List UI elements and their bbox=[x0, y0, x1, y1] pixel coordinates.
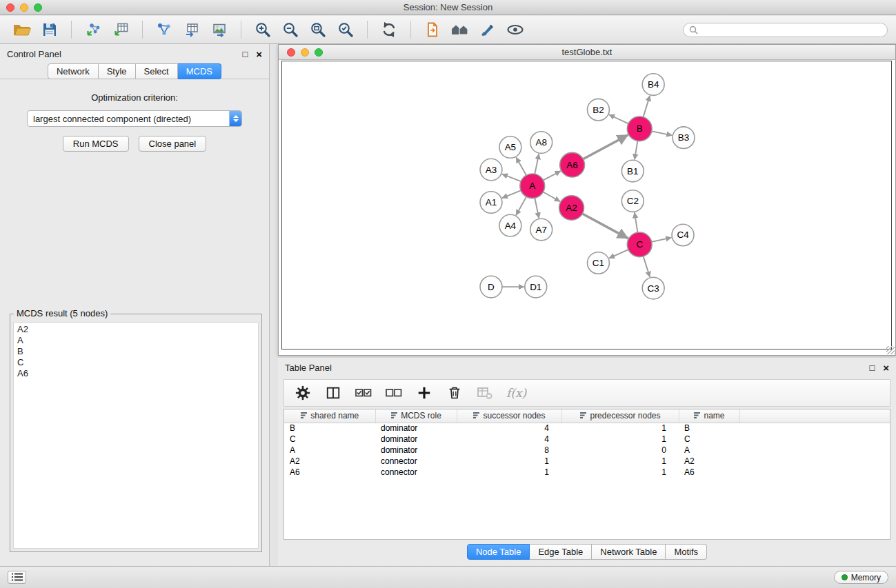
graph-edge[interactable] bbox=[609, 114, 628, 123]
export-image-icon[interactable] bbox=[208, 19, 230, 41]
graph-node[interactable]: A4 bbox=[499, 214, 521, 236]
column-header[interactable]: predecessor nodes bbox=[561, 409, 679, 423]
mcds-result-list[interactable]: A2ABCA6 bbox=[13, 322, 259, 549]
table-cell[interactable]: 1 bbox=[457, 467, 561, 478]
graph-edge[interactable] bbox=[644, 96, 650, 117]
table-cell[interactable]: A6 bbox=[284, 467, 375, 478]
column-header[interactable]: name bbox=[679, 409, 739, 423]
tab-mcds[interactable]: MCDS bbox=[178, 63, 221, 79]
result-item[interactable]: B bbox=[14, 346, 258, 357]
network-canvas[interactable]: B4B2BB3A5A8A6B1A3AC2A1A2A4A7C4CC1C3DD1 bbox=[281, 61, 892, 349]
graph-node[interactable]: C1 bbox=[587, 252, 609, 274]
graph-node[interactable]: A6 bbox=[560, 152, 585, 177]
graph-node[interactable]: A5 bbox=[499, 136, 521, 159]
select-all-icon[interactable] bbox=[355, 384, 372, 402]
apply-style-icon[interactable] bbox=[477, 19, 499, 41]
tab-network[interactable]: Network bbox=[48, 63, 99, 79]
table-cell[interactable]: connector bbox=[375, 467, 457, 478]
table-cell[interactable]: C bbox=[284, 434, 375, 445]
memory-button[interactable]: Memory bbox=[834, 571, 888, 584]
zoom-fit-icon[interactable] bbox=[307, 19, 329, 41]
table-cell[interactable]: A2 bbox=[284, 456, 375, 467]
network-zoom-button[interactable] bbox=[315, 48, 323, 57]
graph-edge[interactable] bbox=[582, 214, 628, 239]
table-row[interactable]: Bdominator41B bbox=[284, 423, 890, 434]
table-cell[interactable]: A bbox=[679, 445, 739, 456]
table-cell[interactable]: B bbox=[679, 423, 739, 434]
table-row[interactable]: Cdominator41C bbox=[284, 434, 890, 445]
tab-motifs[interactable]: Motifs bbox=[666, 544, 707, 560]
table-cell[interactable]: 8 bbox=[457, 445, 561, 456]
table-cell[interactable]: B bbox=[284, 423, 375, 434]
import-network-icon[interactable] bbox=[82, 19, 104, 41]
graph-node[interactable]: B2 bbox=[587, 99, 609, 121]
table-cell[interactable]: connector bbox=[375, 456, 457, 467]
table-cell[interactable]: 1 bbox=[561, 467, 679, 478]
graph-node[interactable]: C4 bbox=[672, 224, 694, 246]
tab-node-table[interactable]: Node Table bbox=[467, 544, 530, 560]
table-cell[interactable]: 4 bbox=[457, 423, 561, 434]
import-table-icon[interactable] bbox=[110, 19, 132, 41]
table-cell[interactable]: 0 bbox=[561, 445, 679, 456]
resize-grip[interactable] bbox=[886, 346, 895, 354]
minimize-window-button[interactable] bbox=[20, 3, 28, 12]
open-session-icon[interactable] bbox=[11, 19, 33, 41]
tab-network-table[interactable]: Network Table bbox=[592, 544, 666, 560]
search-field[interactable] bbox=[683, 23, 888, 37]
graph-node[interactable]: D bbox=[480, 276, 502, 298]
float-panel-icon[interactable]: □ bbox=[869, 363, 875, 372]
tab-edge-table[interactable]: Edge Table bbox=[530, 544, 592, 560]
table-cell[interactable]: A6 bbox=[679, 467, 739, 478]
graph-edge[interactable] bbox=[516, 157, 526, 175]
close-window-button[interactable] bbox=[6, 3, 14, 12]
graph-edge[interactable] bbox=[535, 198, 539, 218]
network-close-button[interactable] bbox=[287, 48, 295, 57]
table-cell[interactable]: A bbox=[284, 445, 375, 456]
function-builder-icon[interactable]: f(x) bbox=[506, 386, 526, 400]
graph-node[interactable]: A7 bbox=[530, 219, 552, 241]
settings-gear-icon[interactable] bbox=[294, 384, 312, 402]
close-panel-icon[interactable]: × bbox=[883, 363, 889, 372]
table-cell[interactable]: 4 bbox=[457, 434, 561, 445]
graph-edge[interactable] bbox=[543, 192, 560, 202]
table-cell[interactable]: 1 bbox=[561, 456, 679, 467]
task-history-button[interactable] bbox=[8, 571, 26, 584]
document-icon[interactable] bbox=[421, 19, 444, 41]
run-mcds-button[interactable]: Run MCDS bbox=[63, 136, 129, 152]
tab-select[interactable]: Select bbox=[136, 63, 178, 79]
table-row[interactable]: Adominator80A bbox=[284, 445, 890, 456]
graph-edge[interactable] bbox=[502, 174, 521, 181]
table-cell[interactable]: dominator bbox=[375, 423, 457, 434]
graph-edge[interactable] bbox=[535, 154, 539, 174]
graph-node[interactable]: C3 bbox=[642, 277, 664, 299]
graph-node[interactable]: A1 bbox=[480, 192, 502, 214]
zoom-in-icon[interactable] bbox=[252, 19, 274, 41]
search-input[interactable] bbox=[701, 24, 882, 35]
table-row[interactable]: A6connector11A6 bbox=[284, 467, 890, 478]
graph-node[interactable]: A bbox=[520, 174, 545, 199]
graph-node[interactable]: B4 bbox=[642, 74, 664, 96]
graph-edge[interactable] bbox=[644, 256, 650, 277]
graph-edge[interactable] bbox=[502, 190, 521, 198]
close-panel-icon[interactable]: × bbox=[256, 50, 262, 59]
tab-style[interactable]: Style bbox=[99, 63, 136, 79]
table-cell[interactable]: dominator bbox=[375, 434, 457, 445]
table-cell[interactable]: dominator bbox=[375, 445, 457, 456]
close-panel-button[interactable]: Close panel bbox=[139, 136, 207, 152]
delete-table-icon[interactable] bbox=[476, 384, 494, 402]
graph-node[interactable]: D1 bbox=[525, 276, 547, 298]
deselect-all-icon[interactable] bbox=[385, 384, 403, 402]
criterion-dropdown[interactable]: largest connected component (directed) bbox=[27, 110, 242, 127]
graph-edge[interactable] bbox=[516, 196, 526, 215]
zoom-selected-icon[interactable] bbox=[335, 19, 357, 41]
column-header[interactable]: MCDS role bbox=[375, 409, 457, 423]
table-cell[interactable]: 1 bbox=[457, 456, 561, 467]
result-item[interactable]: C bbox=[14, 357, 258, 368]
graph-node[interactable]: A3 bbox=[480, 159, 502, 181]
table-row[interactable]: A2connector11A2 bbox=[284, 456, 890, 467]
result-item[interactable]: A bbox=[14, 335, 258, 346]
save-session-icon[interactable] bbox=[39, 19, 61, 41]
home-icon[interactable] bbox=[449, 19, 471, 41]
column-header[interactable]: shared name bbox=[284, 409, 375, 423]
graph-node[interactable]: B3 bbox=[673, 127, 695, 149]
